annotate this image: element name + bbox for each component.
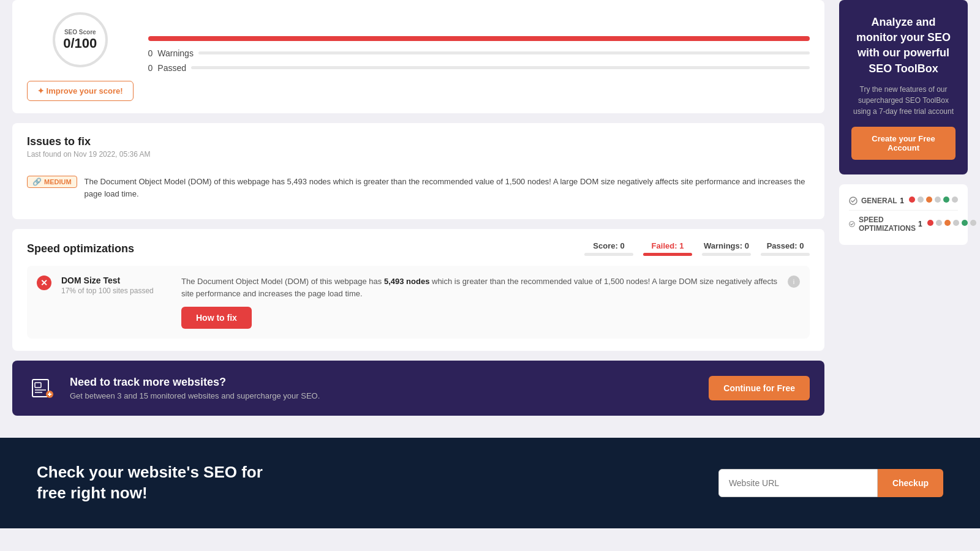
right-sidebar: Analyze and monitor your SEO with our po…	[839, 0, 968, 425]
issue-description: The Document Object Model (DOM) of this …	[85, 176, 810, 200]
promo-title: Analyze and monitor your SEO with our po…	[851, 15, 956, 77]
speed-passed-bar	[761, 253, 810, 256]
speed-score-bar	[584, 253, 633, 256]
track-banner-title: Need to track more websites?	[70, 376, 696, 389]
checklist-item-speed: SPEED OPTIMIZATIONS 1	[849, 211, 958, 238]
dot-gray5	[953, 220, 959, 226]
track-banner-subtitle: Get between 3 and 15 monitored websites …	[70, 391, 696, 400]
checkup-button[interactable]: Checkup	[878, 469, 943, 497]
score-metrics: 0 Warnings 0 Passed	[148, 36, 810, 78]
speed-header: Speed optimizations Score: 0 Failed: 1	[27, 241, 810, 256]
speed-warnings-metric: Warnings: 0	[702, 241, 751, 256]
dot-gray6	[970, 220, 976, 226]
speed-failed-metric: Failed: 1	[643, 241, 692, 256]
dot-red	[909, 197, 915, 203]
dot-gray	[918, 197, 924, 203]
score-section: SEO Score 0/100 ✦ Improve your score! 0 …	[12, 0, 824, 113]
checklist-dots-speed: 1	[918, 220, 976, 228]
dom-test-sub: 17% of top 100 sites passed	[61, 287, 172, 295]
passed-metric: 0 Passed	[148, 63, 810, 73]
dot-orange	[926, 197, 932, 203]
website-url-input[interactable]	[718, 469, 878, 497]
checklist-icon	[849, 197, 858, 205]
medium-badge: 🔗 MEDIUM	[27, 176, 77, 188]
warnings-metric: 0 Warnings	[148, 48, 810, 58]
issues-subtitle: Last found on Nov 19 2022, 05:36 AM	[27, 150, 810, 159]
speed-metrics-row: Score: 0 Failed: 1 War	[584, 241, 810, 256]
score-circle: SEO Score 0/100	[53, 12, 108, 67]
dot-gray4	[936, 220, 942, 226]
checklist-speed-icon	[849, 220, 855, 228]
passed-count: 0 Passed	[148, 63, 186, 73]
dom-test-description: The Document Object Model (DOM) of this …	[181, 276, 778, 329]
score-value: 0/100	[63, 36, 97, 51]
warnings-count: 0 Warnings	[148, 48, 194, 58]
speed-failed-bar	[643, 253, 692, 256]
sidebar-checklist: GENERAL 1 SPEED	[839, 184, 968, 245]
sidebar-promo: Analyze and monitor your SEO with our po…	[839, 0, 968, 174]
dom-test-row: ✕ DOM Size Test 17% of top 100 sites pas…	[27, 266, 810, 339]
dot-green2	[962, 220, 968, 226]
checklist-dots: 1	[900, 197, 958, 205]
issues-section: Issues to fix Last found on Nov 19 2022,…	[12, 123, 824, 219]
footer-input-group: Checkup	[718, 469, 943, 497]
speed-passed-metric: Passed: 0	[761, 241, 810, 256]
dot-gray3	[952, 197, 958, 203]
continue-for-free-button[interactable]: Continue for Free	[709, 376, 810, 400]
dot-gray2	[935, 197, 941, 203]
passed-bar	[191, 66, 810, 69]
checklist-item-general: GENERAL 1	[849, 192, 958, 211]
track-banner-text: Need to track more websites? Get between…	[70, 376, 696, 400]
dom-test-info: DOM Size Test 17% of top 100 sites passe…	[61, 276, 172, 295]
promo-subtitle: Try the new features of our supercharged…	[851, 84, 956, 117]
info-icon[interactable]: i	[788, 276, 800, 288]
dot-green	[943, 197, 949, 203]
dom-test-name: DOM Size Test	[61, 276, 172, 285]
speed-warnings-bar	[702, 253, 751, 256]
dot-red2	[927, 220, 933, 226]
speed-section: Speed optimizations Score: 0 Failed: 1	[12, 229, 824, 351]
score-label: SEO Score	[64, 29, 96, 36]
speed-title: Speed optimizations	[27, 242, 134, 255]
improve-score-button[interactable]: ✦ Improve your score!	[27, 81, 134, 101]
issue-item: 🔗 MEDIUM The Document Object Model (DOM)…	[27, 168, 810, 207]
score-bar	[148, 36, 810, 41]
checklist-general-label: GENERAL	[849, 197, 897, 205]
fail-icon: ✕	[37, 276, 51, 290]
how-to-fix-button[interactable]: How to fix	[181, 307, 252, 329]
track-banner-icon	[27, 373, 58, 403]
footer: Check your website's SEO for free right …	[0, 438, 980, 528]
warnings-bar	[198, 51, 810, 54]
speed-score-metric: Score: 0	[584, 241, 633, 256]
create-account-button[interactable]: Create your Free Account	[851, 127, 956, 160]
footer-title: Check your website's SEO for free right …	[37, 462, 282, 504]
issues-title: Issues to fix	[27, 135, 810, 148]
track-banner: Need to track more websites? Get between…	[12, 361, 824, 416]
svg-rect-1	[35, 383, 41, 388]
checklist-speed-label: SPEED OPTIMIZATIONS	[849, 216, 918, 233]
dot-orange2	[944, 220, 951, 226]
